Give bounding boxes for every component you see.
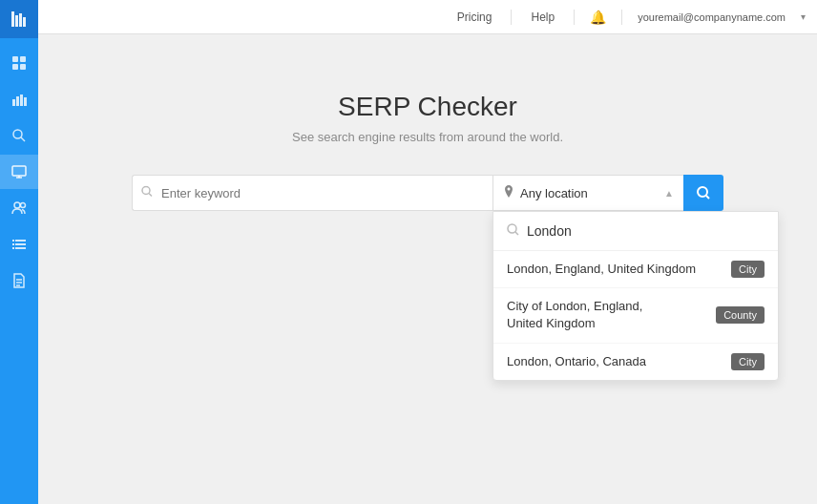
location-dropdown-wrapper: Any location ▲ bbox=[492, 175, 683, 211]
keyword-search-icon bbox=[141, 186, 153, 200]
page-content: SERP Checker See search engine results f… bbox=[38, 34, 817, 504]
location-chevron-icon: ▲ bbox=[664, 188, 674, 199]
sidebar bbox=[0, 0, 38, 504]
top-navigation: Pricing Help 🔔 youremail@companyname.com… bbox=[38, 0, 817, 34]
page-subtitle: See search engine results from around th… bbox=[292, 130, 563, 144]
svg-rect-7 bbox=[20, 64, 26, 70]
location-result-2-text: City of London, England,United Kingdom bbox=[507, 298, 642, 332]
svg-rect-2 bbox=[19, 13, 22, 27]
sidebar-item-monitor[interactable] bbox=[0, 155, 38, 189]
sidebar-item-users[interactable] bbox=[0, 191, 38, 225]
svg-point-17 bbox=[14, 202, 20, 208]
location-result-1-text: London, England, United Kingdom bbox=[507, 261, 696, 278]
svg-rect-24 bbox=[15, 247, 26, 249]
svg-point-28 bbox=[142, 187, 150, 195]
svg-rect-14 bbox=[12, 166, 26, 176]
user-email[interactable]: youremail@companyname.com bbox=[638, 11, 786, 23]
svg-rect-10 bbox=[20, 94, 23, 106]
notification-bell-icon[interactable]: 🔔 bbox=[590, 10, 606, 25]
svg-point-18 bbox=[21, 203, 26, 208]
location-dropdown: London, England, United Kingdom City Cit… bbox=[492, 211, 779, 381]
location-result-2[interactable]: City of London, England,United Kingdom C… bbox=[493, 288, 778, 343]
help-link[interactable]: Help bbox=[527, 10, 558, 24]
location-pin-icon bbox=[503, 185, 514, 201]
svg-rect-6 bbox=[12, 64, 18, 70]
location-search-input[interactable] bbox=[527, 223, 765, 239]
sidebar-item-analytics[interactable] bbox=[0, 82, 38, 116]
location-trigger[interactable]: Any location ▲ bbox=[492, 175, 683, 211]
location-result-3-text: London, Ontario, Canada bbox=[507, 353, 646, 370]
keyword-input[interactable] bbox=[132, 175, 492, 211]
keyword-input-wrapper bbox=[132, 175, 492, 211]
location-result-3[interactable]: London, Ontario, Canada City bbox=[493, 344, 778, 380]
location-result-3-badge: City bbox=[731, 353, 765, 370]
dropdown-search-icon bbox=[507, 223, 519, 239]
svg-rect-20 bbox=[15, 240, 26, 242]
location-result-2-badge: County bbox=[716, 306, 765, 324]
nav-separator-3 bbox=[621, 10, 622, 25]
sidebar-item-report[interactable] bbox=[0, 263, 38, 298]
svg-line-29 bbox=[149, 194, 152, 197]
main-area: Pricing Help 🔔 youremail@companyname.com… bbox=[38, 0, 817, 504]
dropdown-search-area bbox=[493, 212, 778, 251]
search-button[interactable] bbox=[683, 175, 723, 211]
svg-rect-8 bbox=[12, 99, 15, 106]
svg-point-32 bbox=[698, 187, 707, 197]
sidebar-item-dashboard[interactable] bbox=[0, 46, 38, 80]
svg-rect-22 bbox=[15, 243, 26, 245]
nav-separator-2 bbox=[574, 10, 575, 25]
svg-rect-5 bbox=[20, 56, 26, 62]
svg-line-13 bbox=[21, 137, 25, 141]
svg-rect-21 bbox=[12, 243, 14, 245]
sidebar-logo bbox=[0, 0, 38, 38]
svg-line-33 bbox=[706, 196, 709, 199]
nav-separator-1 bbox=[511, 10, 512, 25]
svg-line-31 bbox=[515, 232, 518, 235]
svg-rect-1 bbox=[15, 15, 18, 27]
location-result-1[interactable]: London, England, United Kingdom City bbox=[493, 251, 778, 288]
location-result-1-badge: City bbox=[731, 261, 765, 278]
page-title: SERP Checker bbox=[338, 92, 517, 122]
pricing-link[interactable]: Pricing bbox=[453, 10, 496, 24]
user-menu-chevron-icon[interactable]: ▾ bbox=[801, 11, 806, 22]
svg-rect-9 bbox=[16, 96, 19, 106]
svg-rect-11 bbox=[24, 97, 27, 106]
location-text: Any location bbox=[520, 186, 659, 200]
svg-point-30 bbox=[508, 224, 516, 233]
svg-point-12 bbox=[13, 130, 22, 138]
search-bar: Any location ▲ bbox=[132, 175, 723, 211]
sidebar-item-search[interactable] bbox=[0, 118, 38, 153]
svg-rect-19 bbox=[12, 240, 14, 242]
svg-rect-3 bbox=[23, 17, 26, 27]
svg-rect-23 bbox=[12, 247, 14, 249]
sidebar-item-list[interactable] bbox=[0, 227, 38, 262]
svg-rect-4 bbox=[12, 56, 18, 62]
svg-rect-0 bbox=[11, 11, 14, 27]
